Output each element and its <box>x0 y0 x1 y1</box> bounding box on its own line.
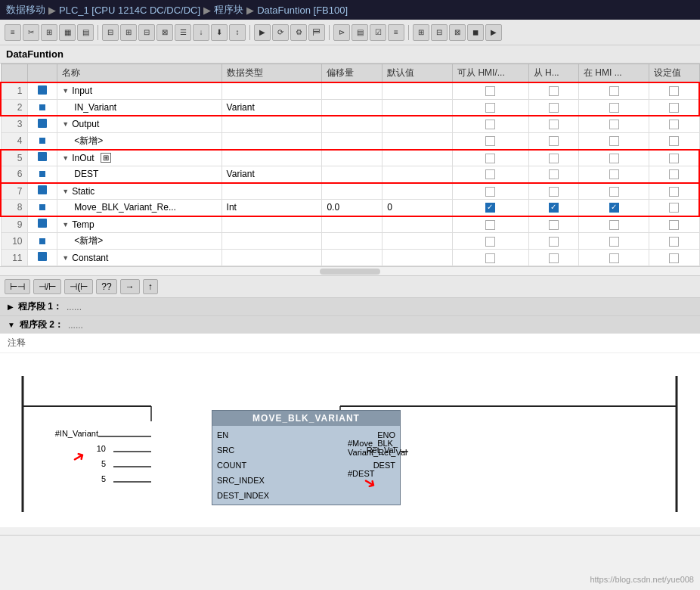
checkbox-hmi1[interactable] <box>485 253 495 263</box>
row-cb-hmi1[interactable] <box>453 116 529 132</box>
toolbar-btn-25[interactable]: ◼ <box>467 24 484 41</box>
checkbox-hmi1[interactable] <box>485 203 495 213</box>
toolbar-btn-5[interactable]: ▤ <box>77 24 94 41</box>
row-cb-hmi2[interactable] <box>528 150 578 166</box>
checkbox-hmi1[interactable] <box>485 120 495 129</box>
checkbox-hmi1[interactable] <box>485 220 495 230</box>
toolbar-btn-1[interactable]: ≡ <box>5 24 21 41</box>
checkbox-hmi3[interactable] <box>609 237 619 247</box>
net-btn-contact-no[interactable]: ⊢⊣ <box>5 279 30 294</box>
checkbox-setval[interactable] <box>669 169 679 179</box>
row-cb-setval[interactable] <box>649 116 699 132</box>
row-cb-hmi3[interactable] <box>579 250 649 266</box>
row-cb-hmi3[interactable] <box>579 216 649 233</box>
table-row[interactable]: 5▼InOut⊞ <box>1 150 699 166</box>
row-cb-setval[interactable] <box>649 150 699 166</box>
expand-triangle-icon[interactable]: ▼ <box>62 154 69 162</box>
checkbox-hmi2[interactable] <box>549 253 559 263</box>
breadcrumb-part-0[interactable]: 数据移动 <box>6 3 45 17</box>
toolbar-btn-19[interactable]: ▤ <box>352 24 368 41</box>
row-cb-hmi3[interactable] <box>579 200 649 216</box>
checkbox-hmi1[interactable] <box>485 154 495 163</box>
toolbar-btn-7[interactable]: ⊞ <box>120 24 137 41</box>
row-cb-hmi3[interactable] <box>579 82 649 99</box>
toolbar-btn-9[interactable]: ⊠ <box>156 24 173 41</box>
row-cb-hmi2[interactable] <box>528 82 578 99</box>
row-cb-hmi1[interactable] <box>453 132 529 150</box>
segment-2-header[interactable]: ▼ 程序段 2： ...... <box>0 316 700 334</box>
checkbox-hmi3[interactable] <box>609 253 619 263</box>
checkbox-hmi1[interactable] <box>485 86 495 96</box>
checkbox-setval[interactable] <box>669 154 679 163</box>
toolbar-btn-21[interactable]: ≡ <box>388 24 404 41</box>
table-scrollbar[interactable] <box>0 266 700 275</box>
expand-triangle-icon[interactable]: ▼ <box>62 254 69 262</box>
row-cb-hmi1[interactable] <box>453 99 529 116</box>
toolbar-btn-14[interactable]: ▶ <box>254 24 271 41</box>
row-cb-hmi1[interactable] <box>453 200 529 216</box>
checkbox-setval[interactable] <box>669 103 679 113</box>
expand-triangle-icon[interactable]: ▼ <box>62 120 69 128</box>
checkbox-hmi3[interactable] <box>609 86 619 96</box>
toolbar-btn-24[interactable]: ⊠ <box>449 24 466 41</box>
row-cb-hmi1[interactable] <box>453 166 529 183</box>
row-cb-hmi3[interactable] <box>579 132 649 150</box>
checkbox-setval[interactable] <box>669 203 679 213</box>
row-cb-hmi1[interactable] <box>453 233 529 250</box>
row-cb-hmi3[interactable] <box>579 116 649 132</box>
row-cb-hmi3[interactable] <box>579 183 649 200</box>
checkbox-hmi1[interactable] <box>485 169 495 179</box>
toolbar-btn-22[interactable]: ⊞ <box>413 24 429 41</box>
checkbox-setval[interactable] <box>669 136 679 146</box>
table-row[interactable]: 9▼Temp <box>1 216 699 233</box>
checkbox-hmi3[interactable] <box>609 154 619 163</box>
toolbar-btn-16[interactable]: ⚙ <box>290 24 307 41</box>
checkbox-hmi3[interactable] <box>609 120 619 129</box>
row-cb-hmi1[interactable] <box>453 150 529 166</box>
row-cb-setval[interactable] <box>649 216 699 233</box>
checkbox-hmi2[interactable] <box>549 203 559 213</box>
checkbox-setval[interactable] <box>669 253 679 263</box>
net-btn-coil[interactable]: ⊣(⊢ <box>64 279 93 294</box>
toolbar-btn-26[interactable]: ▶ <box>485 24 502 41</box>
checkbox-hmi2[interactable] <box>549 237 559 247</box>
checkbox-hmi2[interactable] <box>549 136 559 146</box>
checkbox-setval[interactable] <box>669 86 679 96</box>
row-cb-hmi2[interactable] <box>528 166 578 183</box>
table-row[interactable]: 4<新增> <box>1 132 699 150</box>
toolbar-btn-2[interactable]: ✂ <box>23 24 39 41</box>
toolbar-btn-11[interactable]: ↓ <box>193 24 209 41</box>
row-cb-hmi1[interactable] <box>453 183 529 200</box>
toolbar-btn-23[interactable]: ⊟ <box>431 24 448 41</box>
checkbox-hmi1[interactable] <box>485 187 495 197</box>
checkbox-setval[interactable] <box>669 220 679 230</box>
toolbar-btn-13[interactable]: ↕ <box>229 24 246 41</box>
checkbox-setval[interactable] <box>669 237 679 247</box>
checkbox-hmi3[interactable] <box>609 136 619 146</box>
checkbox-hmi3[interactable] <box>609 103 619 113</box>
checkbox-hmi3[interactable] <box>609 169 619 179</box>
row-cb-setval[interactable] <box>649 183 699 200</box>
row-cb-hmi3[interactable] <box>579 233 649 250</box>
table-row[interactable]: 11▼Constant <box>1 250 699 266</box>
toolbar-btn-15[interactable]: ⟳ <box>272 24 289 41</box>
toolbar-btn-8[interactable]: ⊟ <box>138 24 155 41</box>
row-cb-hmi2[interactable] <box>528 216 578 233</box>
net-btn-contact-nc[interactable]: ⊣/⊢ <box>33 279 61 294</box>
row-cb-setval[interactable] <box>649 99 699 116</box>
row-cb-hmi1[interactable] <box>453 216 529 233</box>
row-cb-hmi1[interactable] <box>453 82 529 99</box>
table-row[interactable]: 10<新增> <box>1 233 699 250</box>
row-cb-hmi3[interactable] <box>579 166 649 183</box>
toolbar-btn-12[interactable]: ⬇ <box>211 24 228 41</box>
net-btn-question[interactable]: ?? <box>96 279 116 294</box>
row-cb-hmi3[interactable] <box>579 99 649 116</box>
row-cb-setval[interactable] <box>649 166 699 183</box>
row-cb-hmi2[interactable] <box>528 132 578 150</box>
toolbar-btn-6[interactable]: ⊟ <box>102 24 119 41</box>
checkbox-hmi1[interactable] <box>485 103 495 113</box>
expand-triangle-icon[interactable]: ▼ <box>62 221 69 228</box>
row-cb-hmi2[interactable] <box>528 250 578 266</box>
row-cb-hmi3[interactable] <box>579 150 649 166</box>
checkbox-setval[interactable] <box>669 120 679 129</box>
